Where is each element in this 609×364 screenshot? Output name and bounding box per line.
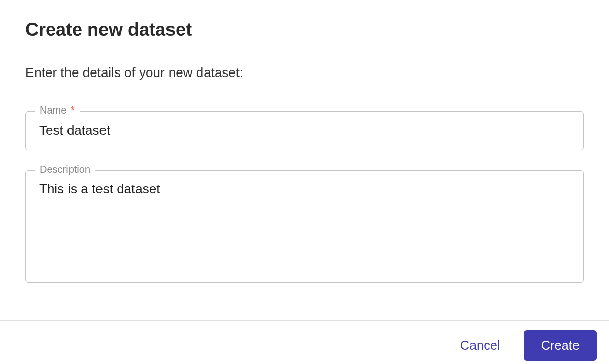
description-field-container: Description bbox=[25, 170, 584, 285]
description-input[interactable] bbox=[25, 170, 584, 283]
name-input[interactable] bbox=[25, 111, 584, 150]
description-label-text: Description bbox=[40, 164, 90, 175]
name-field-container: Name * bbox=[25, 111, 584, 150]
name-field-label: Name * bbox=[35, 104, 80, 116]
dialog-content: Create new dataset Enter the details of … bbox=[0, 0, 609, 320]
name-label-text: Name bbox=[40, 104, 66, 116]
description-field-label: Description bbox=[35, 164, 95, 175]
create-dataset-dialog: Create new dataset Enter the details of … bbox=[0, 0, 609, 364]
dialog-title: Create new dataset bbox=[25, 19, 584, 41]
dialog-subtitle: Enter the details of your new dataset: bbox=[25, 65, 584, 81]
dialog-actions: Cancel Create bbox=[0, 320, 609, 364]
required-asterisk: * bbox=[71, 104, 75, 116]
create-button[interactable]: Create bbox=[524, 330, 597, 361]
cancel-button[interactable]: Cancel bbox=[446, 330, 515, 361]
